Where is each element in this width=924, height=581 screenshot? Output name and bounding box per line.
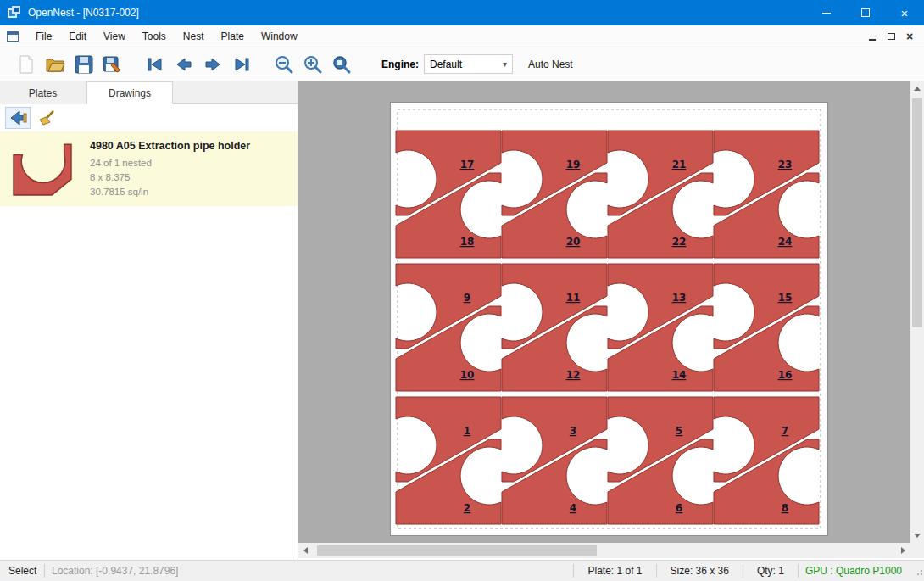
status-gpu: GPU : Quadro P1000: [805, 565, 914, 577]
zoom-out-button[interactable]: [270, 51, 298, 78]
minimize-icon: [822, 13, 831, 14]
save-floppy-icon: [75, 55, 93, 74]
part-pair[interactable]: 1516: [714, 264, 819, 391]
horizontal-scrollbar[interactable]: [298, 543, 910, 558]
tab-plates[interactable]: Plates: [0, 81, 86, 104]
last-plate-button[interactable]: [227, 51, 256, 78]
maximize-icon: [861, 8, 870, 17]
scroll-up-icon[interactable]: [914, 87, 921, 91]
part-number: 15: [778, 292, 793, 304]
part-pair[interactable]: 1314: [608, 264, 713, 391]
close-icon: ×: [901, 7, 909, 20]
status-divider: [743, 564, 743, 578]
status-size: Size: 36 x 36: [664, 565, 736, 577]
auto-nest-button[interactable]: Auto Nest: [528, 59, 573, 70]
part-number: 24: [778, 236, 793, 248]
maximize-button[interactable]: [846, 0, 885, 25]
part-number: 13: [672, 292, 687, 304]
plate-sheet[interactable]: 171819202122232491011121314151612345678: [390, 102, 828, 536]
zoom-fit-button[interactable]: [327, 51, 356, 78]
close-button[interactable]: ×: [885, 0, 924, 25]
return-part-button[interactable]: [5, 107, 31, 129]
child-restore-icon: [888, 33, 895, 40]
side-panel: Plates Drawings 4980 A05 Extraction pipe…: [0, 81, 298, 560]
next-arrow-icon: [203, 56, 222, 73]
part-pair[interactable]: 34: [502, 397, 607, 524]
drawing-list-item[interactable]: 4980 A05 Extraction pipe holder 24 of 1 …: [0, 131, 298, 206]
part-number: 19: [566, 159, 581, 170]
status-divider: [656, 564, 657, 578]
scroll-down-icon[interactable]: [914, 534, 921, 538]
nest-canvas[interactable]: 171819202122232491011121314151612345678: [298, 81, 910, 543]
menu-edit[interactable]: Edit: [60, 25, 95, 47]
status-bar: Select Location: [-0.9437, 21.8796] Plat…: [0, 560, 924, 581]
plate-drawing: 171819202122232491011121314151612345678: [391, 103, 827, 535]
engine-select[interactable]: Default ▾: [424, 54, 513, 74]
save-as-button[interactable]: [98, 51, 127, 78]
menu-view[interactable]: View: [95, 25, 134, 47]
new-button[interactable]: [12, 51, 41, 78]
part-pair[interactable]: 12: [396, 397, 501, 524]
chevron-down-icon: ▾: [503, 59, 507, 69]
menu-window[interactable]: Window: [253, 25, 306, 47]
part-number: 2: [464, 502, 470, 514]
horizontal-scroll-thumb[interactable]: [317, 545, 597, 556]
part-number: 4: [570, 502, 576, 514]
part-pair[interactable]: 1112: [502, 264, 607, 391]
status-divider: [798, 564, 799, 578]
open-folder-icon: [45, 55, 65, 74]
menu-tools[interactable]: Tools: [134, 25, 175, 47]
menu-file[interactable]: File: [27, 25, 60, 47]
part-number: 5: [676, 425, 682, 437]
menu-plate[interactable]: Plate: [213, 25, 253, 47]
drawing-nested-count: 24 of 1 nested: [90, 156, 250, 170]
child-restore-button[interactable]: [882, 28, 900, 45]
status-qty: Qty: 1: [750, 565, 791, 577]
zoom-out-icon: [274, 54, 294, 75]
scroll-right-icon[interactable]: [901, 547, 905, 554]
child-close-button[interactable]: ×: [900, 28, 919, 45]
status-divider: [44, 564, 45, 578]
clear-button[interactable]: [34, 107, 59, 129]
save-button[interactable]: [70, 51, 98, 78]
tab-strip: Plates Drawings: [0, 81, 298, 104]
part-pair[interactable]: 910: [396, 264, 501, 391]
previous-plate-button[interactable]: [170, 51, 198, 78]
part-number: 7: [782, 425, 788, 437]
title-bar: OpenNest - [N0317-002] ×: [0, 0, 924, 25]
part-pair[interactable]: 1920: [502, 131, 607, 258]
scroll-left-icon[interactable]: [303, 547, 308, 554]
first-plate-button[interactable]: [141, 51, 170, 78]
child-minimize-icon: [869, 39, 876, 41]
part-pair[interactable]: 78: [714, 397, 819, 524]
menu-nest[interactable]: Nest: [175, 25, 213, 47]
minimize-button[interactable]: [807, 0, 846, 25]
menu-bar: File Edit View Tools Nest Plate Window ×: [0, 25, 924, 47]
broom-icon: [37, 109, 56, 127]
vertical-scroll-thumb[interactable]: [912, 98, 922, 327]
engine-selected-value: Default: [430, 59, 503, 70]
part-pair[interactable]: 56: [608, 397, 713, 524]
document-window-icon: [7, 31, 19, 42]
part-number: 3: [570, 425, 576, 437]
part-pair[interactable]: 2324: [714, 131, 819, 258]
resize-grip[interactable]: [914, 567, 922, 575]
open-button[interactable]: [41, 51, 70, 78]
part-number: 21: [672, 159, 687, 170]
status-mode: Select: [0, 565, 37, 577]
child-minimize-button[interactable]: [863, 28, 882, 45]
part-pair[interactable]: 2122: [608, 131, 713, 258]
part-number: 14: [672, 369, 687, 381]
part-pair[interactable]: 1718: [396, 131, 501, 258]
zoom-in-button[interactable]: [298, 51, 327, 78]
part-number: 17: [460, 159, 475, 170]
part-number: 1: [464, 425, 470, 437]
app-icon: [8, 6, 21, 20]
vertical-scrollbar[interactable]: [910, 81, 924, 543]
drawing-title: 4980 A05 Extraction pipe holder: [90, 140, 250, 152]
blue-back-arrow-icon: [8, 109, 27, 126]
next-plate-button[interactable]: [198, 51, 227, 78]
part-shape: [14, 144, 71, 195]
drawing-area: 30.7815 sq/in: [90, 185, 250, 199]
tab-drawings[interactable]: Drawings: [86, 81, 173, 104]
